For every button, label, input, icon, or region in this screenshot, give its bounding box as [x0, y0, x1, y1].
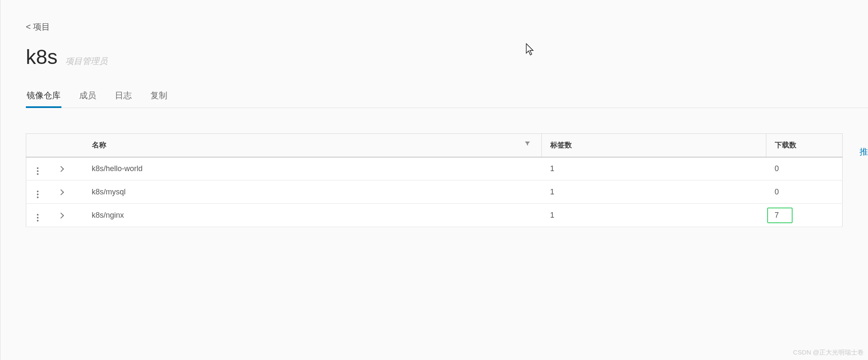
repo-name[interactable]: k8s/hello-world: [81, 157, 542, 180]
repo-name[interactable]: k8s/nginx: [81, 204, 542, 227]
repo-pulls-count: 7: [766, 204, 843, 227]
repo-tags-count: 1: [542, 180, 766, 204]
push-link[interactable]: 推: [860, 146, 868, 158]
column-header-name[interactable]: 名称: [92, 141, 106, 149]
column-header-pulls[interactable]: 下载数: [766, 134, 843, 157]
breadcrumb-back[interactable]: < 项目: [26, 21, 868, 33]
table-row: k8s/mysql10: [26, 180, 843, 204]
row-menu-icon[interactable]: [26, 214, 50, 222]
project-title: k8s: [26, 45, 58, 69]
repo-tags-count: 1: [542, 204, 766, 227]
tab-logs[interactable]: 日志: [114, 90, 133, 108]
repo-name[interactable]: k8s/mysql: [81, 180, 542, 204]
filter-icon[interactable]: [524, 140, 531, 149]
repo-pulls-count: 0: [766, 157, 843, 180]
chevron-right-icon[interactable]: [58, 189, 64, 195]
row-menu-icon[interactable]: [26, 167, 50, 175]
project-role: 项目管理员: [65, 55, 108, 67]
tab-members[interactable]: 成员: [78, 90, 97, 108]
column-header-tags[interactable]: 标签数: [542, 134, 766, 157]
table-row: k8s/nginx17: [26, 204, 843, 227]
row-menu-icon[interactable]: [26, 191, 50, 198]
repo-tags-count: 1: [542, 157, 766, 180]
table-row: k8s/hello-world10: [26, 157, 843, 180]
repo-pulls-count: 0: [766, 180, 843, 204]
repositories-table: 名称 标签数 下载数 k8s/hello-world10k8s/mysql10k…: [26, 133, 843, 227]
tab-repositories[interactable]: 镜像仓库: [26, 90, 61, 108]
chevron-right-icon[interactable]: [58, 212, 64, 218]
watermark: CSDN @正大光明瑞士卷: [793, 349, 864, 357]
tab-bar: 镜像仓库 成员 日志 复制: [26, 90, 868, 108]
tab-replication[interactable]: 复制: [150, 90, 168, 108]
chevron-right-icon[interactable]: [58, 166, 64, 172]
